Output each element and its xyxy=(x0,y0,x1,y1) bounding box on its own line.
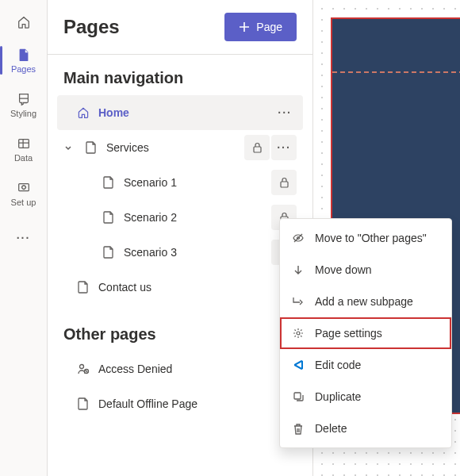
tree-item-scenario3[interactable]: Scenario 3 xyxy=(57,235,303,270)
rail-setup[interactable]: Set up xyxy=(0,171,48,216)
menu-label: Move to "Other pages" xyxy=(315,232,427,244)
context-menu: Move to "Other pages" Move down Add a ne… xyxy=(279,218,452,448)
page-icon xyxy=(102,176,116,189)
page-icon xyxy=(102,211,116,224)
menu-label: Delete xyxy=(315,422,347,435)
section-main-nav: Main navigation xyxy=(48,55,312,95)
duplicate-icon xyxy=(291,391,305,403)
rail-label: Set up xyxy=(11,198,36,207)
tree-item-scenario1[interactable]: Scenario 1 xyxy=(57,165,303,200)
page-icon xyxy=(102,246,116,259)
chevron-down-icon[interactable] xyxy=(63,143,76,152)
page-icon xyxy=(76,281,90,294)
ellipsis-icon[interactable]: ··· xyxy=(273,106,297,119)
page-icon xyxy=(76,397,90,410)
menu-delete[interactable]: Delete xyxy=(280,413,451,444)
tree-item-contact[interactable]: Contact us xyxy=(57,270,303,305)
eye-off-icon xyxy=(291,232,305,244)
tree-label: Contact us xyxy=(98,281,297,294)
lock-icon[interactable] xyxy=(271,170,297,195)
rail-data[interactable]: Data xyxy=(0,127,48,171)
rail-label: Pages xyxy=(11,64,36,74)
add-page-button[interactable]: Page xyxy=(224,13,297,41)
person-icon xyxy=(76,363,90,375)
tree-label: Scenario 1 xyxy=(124,176,263,189)
menu-label: Move down xyxy=(315,263,372,276)
tree-item-services[interactable]: Services ··· xyxy=(57,130,303,165)
panel-title: Pages xyxy=(63,16,120,38)
app-rail: Pages Styling Data Set up ··· xyxy=(0,0,48,476)
svg-rect-3 xyxy=(254,147,261,152)
ellipsis-icon[interactable]: ··· xyxy=(271,135,297,160)
tree-label: Access Denied xyxy=(98,363,297,375)
menu-label: Edit code xyxy=(315,359,361,371)
menu-edit-code[interactable]: Edit code xyxy=(280,349,451,381)
svg-point-10 xyxy=(297,332,300,335)
gear-icon xyxy=(291,327,305,340)
ellipsis-icon: ··· xyxy=(16,230,32,246)
code-icon xyxy=(291,359,305,371)
page-tree: Home ··· Services xyxy=(48,95,312,311)
rail-home[interactable] xyxy=(0,6,48,38)
menu-move-to-other[interactable]: Move to "Other pages" xyxy=(280,222,451,254)
svg-rect-0 xyxy=(18,140,29,148)
menu-duplicate[interactable]: Duplicate xyxy=(280,381,451,413)
home-icon xyxy=(76,106,90,119)
tree-label: Services xyxy=(106,141,236,154)
tree-label: Scenario 2 xyxy=(124,211,263,224)
tree-label: Default Offline Page xyxy=(98,397,297,410)
svg-point-2 xyxy=(21,186,25,190)
menu-label: Add a new subpage xyxy=(315,295,413,308)
button-label: Page xyxy=(256,21,282,33)
svg-point-7 xyxy=(80,365,84,369)
canvas-header xyxy=(332,19,460,73)
panel-header: Pages Page xyxy=(48,0,312,55)
rail-label: Styling xyxy=(10,109,36,118)
setup-icon xyxy=(16,180,32,196)
home-icon xyxy=(16,14,32,30)
rail-styling[interactable]: Styling xyxy=(0,83,48,127)
brush-icon xyxy=(16,91,32,107)
tree-item-scenario2[interactable]: Scenario 2 xyxy=(57,200,303,235)
menu-label: Duplicate xyxy=(315,390,361,403)
other-page-tree: Access Denied Default Offline Page xyxy=(48,351,312,428)
rail-pages[interactable]: Pages xyxy=(0,38,48,83)
table-icon xyxy=(16,136,32,152)
page-icon xyxy=(16,47,32,63)
svg-rect-11 xyxy=(294,393,301,399)
pages-panel: Pages Page Main navigation Home ··· xyxy=(48,0,313,476)
plus-icon xyxy=(239,21,250,33)
tree-item-home[interactable]: Home ··· xyxy=(57,95,303,130)
rail-more[interactable]: ··· xyxy=(0,216,48,260)
menu-label: Page settings xyxy=(315,327,382,340)
trash-icon xyxy=(291,423,305,435)
page-icon xyxy=(84,141,98,154)
tree-label: Scenario 3 xyxy=(124,246,263,259)
svg-rect-4 xyxy=(281,182,288,187)
lock-icon[interactable] xyxy=(244,135,270,160)
tree-item-default-offline[interactable]: Default Offline Page xyxy=(57,386,303,421)
subpage-icon xyxy=(291,296,305,307)
arrow-down-icon xyxy=(291,264,305,275)
menu-add-subpage[interactable]: Add a new subpage xyxy=(280,286,451,317)
section-other-pages: Other pages xyxy=(48,311,312,351)
rail-label: Data xyxy=(14,153,33,163)
menu-page-settings[interactable]: Page settings xyxy=(280,317,451,349)
tree-item-access-denied[interactable]: Access Denied xyxy=(57,351,303,386)
tree-label: Home xyxy=(98,106,265,119)
menu-move-down[interactable]: Move down xyxy=(280,254,451,286)
